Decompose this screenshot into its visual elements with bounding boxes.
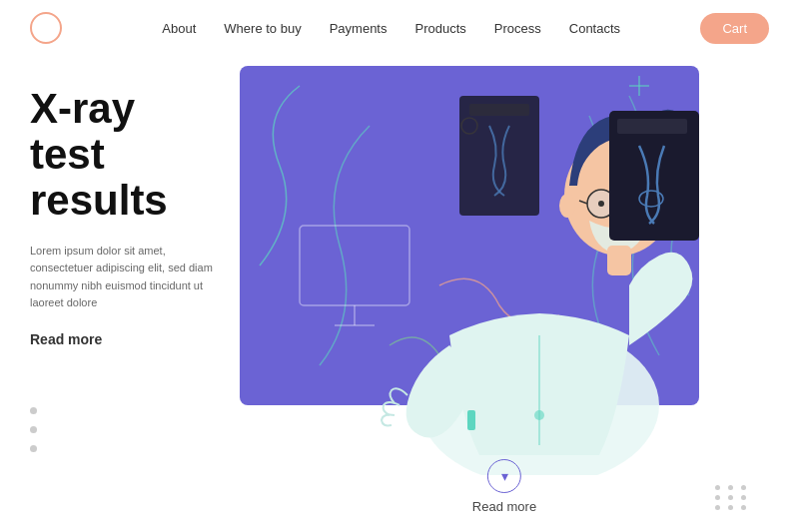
navbar: About Where to buy Payments Products Pro… (0, 0, 799, 56)
grid-dot (728, 495, 733, 500)
grid-dot (728, 485, 733, 490)
nav-item-process[interactable]: Process (494, 21, 541, 36)
bottom-read-more-label: Read more (472, 499, 536, 514)
grid-dot (715, 495, 720, 500)
grid-dot (715, 485, 720, 490)
logo[interactable] (30, 12, 62, 44)
nav-item-contacts[interactable]: Contacts (569, 21, 620, 36)
hero-illustration: ▾ Read more (240, 56, 769, 532)
hero-title: X-ray test results (30, 86, 230, 225)
nav-links: About Where to buy Payments Products Pro… (162, 19, 620, 37)
main-content: X-ray test results Lorem ipsum dolor sit… (0, 56, 799, 532)
nav-item-where-to-buy[interactable]: Where to buy (224, 21, 301, 36)
nav-item-payments[interactable]: Payments (330, 21, 388, 36)
cart-button[interactable]: Cart (700, 13, 769, 44)
arrow-down-icon: ▾ (501, 468, 508, 484)
grid-dot (741, 495, 746, 500)
dot-2[interactable] (30, 426, 37, 433)
svg-rect-23 (617, 119, 687, 134)
hero-text: X-ray test results Lorem ipsum dolor sit… (30, 56, 230, 348)
read-more-link[interactable]: Read more (30, 331, 102, 347)
dot-3[interactable] (30, 445, 37, 452)
grid-dot (741, 505, 746, 510)
nav-item-products[interactable]: Products (414, 21, 465, 36)
svg-point-20 (559, 194, 575, 218)
grid-dots-decoration (715, 485, 749, 510)
svg-point-18 (598, 201, 604, 207)
svg-rect-25 (467, 410, 475, 430)
svg-rect-21 (607, 246, 631, 275)
bottom-read-more[interactable]: ▾ Read more (472, 459, 536, 514)
dot-1[interactable] (30, 407, 37, 414)
nav-item-about[interactable]: About (162, 21, 196, 36)
doctor-svg (320, 56, 759, 475)
grid-dot (741, 485, 746, 490)
svg-point-11 (534, 410, 544, 420)
grid-dot (728, 505, 733, 510)
grid-dot (715, 505, 720, 510)
slide-indicators (30, 407, 37, 452)
hero-description: Lorem ipsum dolor sit amet, consectetuer… (30, 243, 230, 312)
arrow-down-circle[interactable]: ▾ (487, 459, 521, 493)
